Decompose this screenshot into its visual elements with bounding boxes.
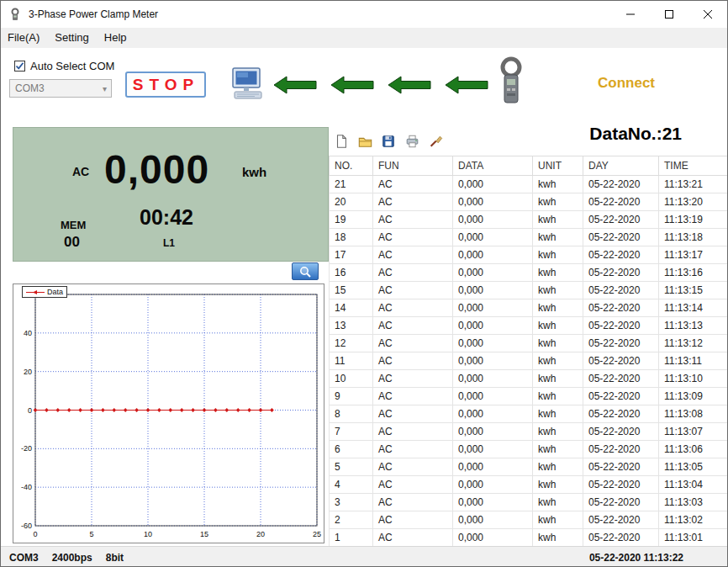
menu-setting[interactable]: Setting bbox=[47, 28, 96, 48]
table-row[interactable]: 2 AC 0,000 kwh 05-22-2020 11:13:02 bbox=[330, 511, 728, 529]
chart-panel: Data 6040200-20-40-600510152025 bbox=[13, 284, 324, 543]
arrow-left-icon bbox=[330, 75, 374, 95]
cell-data: 0,000 bbox=[453, 529, 533, 547]
col-header-data[interactable]: DATA bbox=[453, 156, 533, 176]
cell-unit: kwh bbox=[533, 335, 583, 352]
print-icon bbox=[404, 134, 420, 149]
menu-help[interactable]: Help bbox=[97, 28, 135, 48]
chevron-down-icon: ▾ bbox=[103, 84, 107, 93]
table-row[interactable]: 9 AC 0,000 kwh 05-22-2020 11:13:09 bbox=[330, 388, 728, 405]
print-button[interactable] bbox=[403, 132, 421, 151]
cell-fun: AC bbox=[373, 264, 453, 282]
table-header-row: NO. FUN DATA UNIT DAY TIME bbox=[330, 156, 728, 176]
cell-day: 05-22-2020 bbox=[583, 299, 659, 317]
table-row[interactable]: 3 AC 0,000 kwh 05-22-2020 11:13:03 bbox=[330, 494, 728, 511]
magnifier-icon bbox=[298, 265, 313, 278]
cell-no: 10 bbox=[330, 370, 373, 388]
svg-text:-20: -20 bbox=[21, 444, 32, 453]
col-header-day[interactable]: DAY bbox=[583, 156, 659, 176]
status-data-bits: 8bit bbox=[106, 552, 124, 564]
table-row[interactable]: 7 AC 0,000 kwh 05-22-2020 11:13:07 bbox=[330, 423, 728, 441]
table-row[interactable]: 8 AC 0,000 kwh 05-22-2020 11:13:08 bbox=[330, 405, 728, 423]
cell-unit: kwh bbox=[533, 246, 583, 264]
cell-time: 11:13:17 bbox=[659, 246, 728, 264]
save-icon bbox=[381, 134, 396, 149]
table-row[interactable]: 12 AC 0,000 kwh 05-22-2020 11:13:12 bbox=[330, 335, 728, 352]
maximize-button[interactable] bbox=[650, 1, 688, 28]
table-row[interactable]: 10 AC 0,000 kwh 05-22-2020 11:13:10 bbox=[330, 370, 728, 388]
clear-brush-button[interactable] bbox=[426, 132, 445, 151]
table-row[interactable]: 16 AC 0,000 kwh 05-22-2020 11:13:16 bbox=[330, 264, 728, 282]
minimize-button[interactable] bbox=[611, 1, 650, 28]
cell-day: 05-22-2020 bbox=[583, 352, 659, 370]
col-header-unit[interactable]: UNIT bbox=[533, 156, 583, 176]
cell-fun: AC bbox=[373, 317, 453, 335]
cell-day: 05-22-2020 bbox=[583, 441, 659, 458]
lcd-unit: kwh bbox=[242, 165, 266, 179]
menubar: File(A) Setting Help bbox=[1, 28, 727, 48]
table-row[interactable]: 14 AC 0,000 kwh 05-22-2020 11:13:14 bbox=[330, 299, 728, 317]
clamp-meter-icon bbox=[497, 56, 525, 110]
auto-select-com-checkbox[interactable] bbox=[14, 61, 25, 72]
col-header-fun[interactable]: FUN bbox=[373, 156, 453, 176]
table-row[interactable]: 19 AC 0,000 kwh 05-22-2020 11:13:19 bbox=[330, 211, 728, 229]
cell-data: 0,000 bbox=[453, 423, 533, 441]
cell-day: 05-22-2020 bbox=[583, 423, 659, 441]
cell-no: 6 bbox=[330, 441, 373, 458]
cell-day: 05-22-2020 bbox=[583, 317, 659, 335]
table-row[interactable]: 4 AC 0,000 kwh 05-22-2020 11:13:04 bbox=[330, 476, 728, 494]
svg-text:-60: -60 bbox=[21, 522, 32, 530]
app-window: 3-Phase Power Clamp Meter File(A) Settin… bbox=[0, 0, 728, 567]
cell-data: 0,000 bbox=[453, 335, 533, 352]
cell-unit: kwh bbox=[533, 529, 583, 547]
col-header-no[interactable]: NO. bbox=[330, 156, 373, 176]
lcd-mem-label: MEM bbox=[61, 219, 86, 231]
cell-data: 0,000 bbox=[453, 441, 533, 458]
svg-text:20: 20 bbox=[24, 368, 32, 376]
table-row[interactable]: 18 AC 0,000 kwh 05-22-2020 11:13:18 bbox=[330, 229, 728, 246]
table-row[interactable]: 20 AC 0,000 kwh 05-22-2020 11:13:20 bbox=[330, 193, 728, 211]
table-row[interactable]: 21 AC 0,000 kwh 05-22-2020 11:13:21 bbox=[330, 176, 728, 193]
cell-no: 16 bbox=[330, 264, 373, 282]
cell-no: 9 bbox=[330, 388, 373, 405]
cell-unit: kwh bbox=[533, 229, 583, 246]
cell-no: 5 bbox=[330, 458, 373, 476]
menu-file[interactable]: File(A) bbox=[1, 28, 47, 48]
new-file-button[interactable] bbox=[332, 132, 351, 151]
cell-fun: AC bbox=[373, 476, 453, 494]
new-file-icon bbox=[334, 134, 349, 149]
save-button[interactable] bbox=[379, 132, 398, 151]
cell-fun: AC bbox=[373, 211, 453, 229]
cell-time: 11:13:18 bbox=[659, 229, 728, 246]
svg-text:5: 5 bbox=[89, 530, 93, 538]
cell-time: 11:13:15 bbox=[659, 282, 728, 299]
table-row[interactable]: 13 AC 0,000 kwh 05-22-2020 11:13:13 bbox=[330, 317, 728, 335]
check-icon bbox=[15, 61, 24, 71]
close-button[interactable] bbox=[688, 1, 727, 28]
cell-unit: kwh bbox=[533, 193, 583, 211]
data-table-body: 21 AC 0,000 kwh 05-22-2020 11:13:21 20 A… bbox=[330, 176, 728, 547]
zoom-button[interactable] bbox=[292, 262, 319, 280]
cell-day: 05-22-2020 bbox=[583, 370, 659, 388]
col-header-time[interactable]: TIME bbox=[659, 156, 728, 176]
svg-text:0: 0 bbox=[28, 406, 32, 415]
cell-data: 0,000 bbox=[453, 193, 533, 211]
cell-fun: AC bbox=[373, 441, 453, 458]
close-icon bbox=[704, 10, 712, 19]
lcd-value: 0,000 bbox=[104, 146, 209, 193]
table-row[interactable]: 1 AC 0,000 kwh 05-22-2020 11:13:01 bbox=[330, 529, 728, 547]
stop-button[interactable]: STOP bbox=[125, 72, 206, 98]
table-row[interactable]: 11 AC 0,000 kwh 05-22-2020 11:13:11 bbox=[330, 352, 728, 370]
status-com-port: COM3 bbox=[9, 552, 39, 564]
table-row[interactable]: 6 AC 0,000 kwh 05-22-2020 11:13:06 bbox=[330, 441, 728, 458]
cell-data: 0,000 bbox=[453, 211, 533, 229]
table-row[interactable]: 15 AC 0,000 kwh 05-22-2020 11:13:15 bbox=[330, 282, 728, 299]
minimize-icon bbox=[626, 10, 635, 19]
cell-unit: kwh bbox=[533, 211, 583, 229]
table-row[interactable]: 5 AC 0,000 kwh 05-22-2020 11:13:05 bbox=[330, 458, 728, 476]
com-port-select[interactable]: COM3 ▾ bbox=[9, 79, 112, 98]
cell-no: 11 bbox=[330, 352, 373, 370]
open-folder-button[interactable] bbox=[356, 132, 374, 151]
maximize-icon bbox=[665, 10, 673, 19]
table-row[interactable]: 17 AC 0,000 kwh 05-22-2020 11:13:17 bbox=[330, 246, 728, 264]
